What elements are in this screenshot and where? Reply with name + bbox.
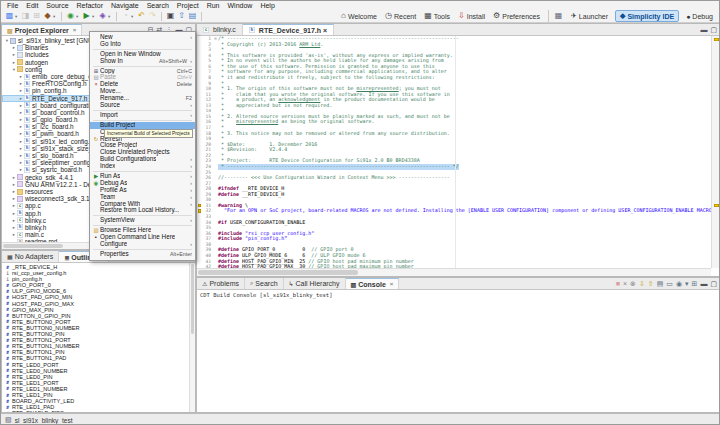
context-menu-item-browse-files-here[interactable]: ▨Browse Files Here [90,227,195,234]
menu-navigate[interactable]: Navigate [107,1,143,10]
dropdown-caret-icon[interactable]: ▾ [53,14,58,19]
open-perspective-icon[interactable]: ▦ [553,10,564,22]
menu-refactor[interactable]: Refactor [73,1,107,10]
console-body[interactable]: CDT Build Console [sl_si91x_blinky_test] [197,290,720,412]
context-menu-item-debug-as[interactable]: ◉Debug As› [90,180,195,187]
tab-problems[interactable]: ⚠Problems [197,278,245,289]
context-menu-item-import[interactable]: Import› [90,112,195,119]
context-menu-item-systemview[interactable]: SystemView› [90,217,195,224]
context-menu-item-team[interactable]: Team› [90,194,195,201]
remove-all-icon[interactable]: ⊗ [630,280,636,288]
context-menu-item-close-project[interactable]: Close Project [90,142,195,149]
close-icon[interactable]: × [390,281,394,287]
menu-window[interactable]: Window [223,1,256,10]
tab-no-adapters[interactable]: ▦No Adapters [2,251,59,262]
perspective-launcher[interactable]: ✈Launcher [566,10,613,22]
dropdown-caret-icon[interactable]: ▾ [108,14,113,19]
menu-help[interactable]: Help [256,1,278,10]
maximize-icon[interactable]: ▢ [710,280,717,288]
overview-ruler[interactable] [711,36,720,268]
save-all-icon[interactable]: ⊞ [31,10,42,22]
code-editor[interactable]: 1⊟/* -----------------------------------… [197,36,711,268]
include-icon: i [5,277,10,282]
save-icon[interactable]: ◨ [20,10,31,22]
menu-source[interactable]: Source [42,1,72,10]
warning-marker[interactable] [714,204,719,207]
outline-item[interactable]: #RTE_ENABLE_FIFO [2,410,189,412]
terminal-icon[interactable]: ▣ [165,10,176,22]
tools-button[interactable]: ▦Tools [420,11,454,21]
menu-edit[interactable]: Edit [22,1,42,10]
welcome-button[interactable]: ⌂Welcome [337,11,381,21]
tab-console[interactable]: ▥Console× [346,278,400,289]
minimize-icon[interactable]: ▬ [700,26,707,33]
scroll-lock-icon[interactable]: ⇧ [648,280,654,288]
display-selected-icon[interactable]: ▾ [685,280,689,288]
terminate-icon[interactable]: ■ [616,280,620,287]
flash-icon[interactable]: ◈ [97,10,108,22]
context-menu-item-new[interactable]: New› [90,34,195,41]
scrollbar-thumb[interactable] [3,244,63,248]
clear-console-icon[interactable]: ▭ [666,280,673,288]
debug-icon[interactable]: ◉ [65,10,76,22]
outline-vertical-scrollbar[interactable] [189,263,195,412]
context-menu-item-paste[interactable]: ▤PasteCtrl+V [90,74,195,81]
close-icon[interactable]: × [323,27,327,34]
recent-button[interactable]: ◷Recent [381,11,420,21]
close-icon[interactable]: × [73,27,77,33]
minimize-icon[interactable]: ▬ [700,280,707,287]
upload-icon[interactable]: ⇧ [176,10,187,22]
context-menu-item-open-in-new-window[interactable]: Open in New Window [90,51,195,58]
context-menu-item-show-in[interactable]: Show InAlt+Shift+W› [90,58,195,65]
context-menu-item-build-project[interactable]: Build Project [90,122,195,129]
context-menu-item-open-command-line-here[interactable]: ▪Open Command Line Here [90,234,195,241]
word-wrap-icon[interactable]: ▤ [657,280,664,288]
open-console-icon[interactable]: ⊞ [692,280,698,288]
context-menu-item-properties[interactable]: PropertiesAlt+Enter [90,251,195,258]
maximize-icon[interactable]: ▢ [710,26,717,34]
menu-run[interactable]: Run [203,1,224,10]
menu-file[interactable]: File [3,1,22,10]
perspective-debug[interactable]: ●Debug [681,11,718,22]
context-menu-item-profile-as[interactable]: Profile As› [90,187,195,194]
new-icon[interactable]: ▩ [4,10,15,22]
install-button[interactable]: ⇩Install [454,11,489,21]
build-icon[interactable]: ◆ [42,10,53,22]
editor-tab-rte-device-917-h[interactable]: hRTE_Device_917.h× [243,24,334,35]
redo-icon[interactable]: ↷ [147,10,158,22]
context-menu-item-run-as[interactable]: ▶Run As› [90,173,195,180]
warning-marker[interactable] [714,38,719,41]
perspective-label: Debug [692,13,713,20]
context-menu-item-configure[interactable]: Configure› [90,241,195,248]
context-menu-item-build-configurations[interactable]: Build Configurations› [90,156,195,163]
editor-tab-blinky-c[interactable]: cblinky.c [197,24,243,35]
context-menu-item-source[interactable]: Source› [90,102,195,109]
tab-call-hierarchy[interactable]: ↳Call Hierarchy [284,278,346,289]
undo-icon[interactable]: ↶ [136,10,147,22]
preferences-button[interactable]: ⚙Preferences [489,11,544,21]
context-menu-item-index[interactable]: Index› [90,163,195,170]
context-menu-item-move[interactable]: Move... [90,88,195,95]
run-icon[interactable]: ▶ [81,10,92,22]
outline-list[interactable]: #_RTE_DEVICE_Hirsi_ccp_user_config.hipin… [2,263,189,412]
menu-search[interactable]: Search [143,1,173,10]
tab-search[interactable]: ⌕Search [245,278,284,289]
scroll-to-end-icon[interactable]: ⇩ [639,280,645,288]
scrollbar-thumb[interactable] [198,270,358,275]
context-menu-item-restore-from-local-history[interactable]: Restore from Local History... [90,207,195,214]
context-menu-item-rename[interactable]: Rename...F2 [90,95,195,102]
scrollbar-thumb[interactable] [191,264,194,334]
device-monitor-icon[interactable]: ▤ [187,10,198,22]
tab-project-explorer[interactable]: ▨ Project Explorer × [2,24,82,35]
editor-horizontal-scrollbar[interactable] [197,268,711,276]
profile-icon[interactable]: ◔ [120,10,131,22]
context-menu-item-compare-with[interactable]: Compare With› [90,201,195,208]
context-menu-item-go-into[interactable]: Go Into [90,41,195,48]
context-menu-item-close-unrelated-projects[interactable]: Close Unrelated Projects [90,149,195,156]
perspective-simplicity-ide[interactable]: ◆Simplicity IDE [615,10,679,22]
pin-console-icon[interactable]: ◉ [676,280,682,288]
context-menu-item-copy[interactable]: ⊞CopyCtrl+C [90,68,195,75]
remove-launch-icon[interactable]: × [623,280,627,287]
menu-project[interactable]: Project [173,1,203,10]
context-menu-item-delete[interactable]: ×DeleteDelete [90,81,195,88]
